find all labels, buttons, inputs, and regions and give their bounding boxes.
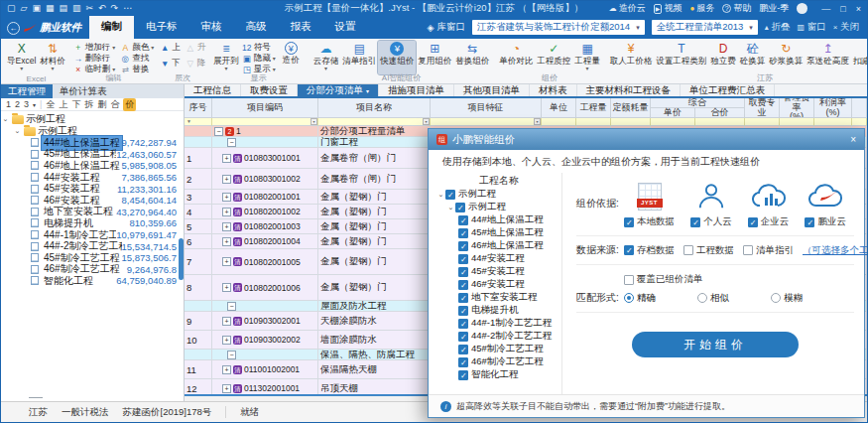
service-link[interactable]: ●服务 <box>689 2 714 15</box>
expand-icon[interactable]: ⌄ <box>436 191 445 199</box>
filter-dropdown-icon[interactable]: ▾ <box>423 118 430 125</box>
dialog-tree-item[interactable]: 45#地上保温工程 <box>436 226 561 239</box>
minimize-button[interactable]: — <box>821 4 830 14</box>
close-button[interactable]: × <box>856 4 861 14</box>
ribbon-button[interactable]: ⇆替换组价▾ <box>453 41 491 74</box>
expand-collapse-icon[interactable] <box>222 222 231 231</box>
expand-collapse-icon[interactable] <box>222 257 231 266</box>
expand-collapse-icon[interactable] <box>227 351 236 359</box>
checkbox[interactable] <box>458 332 468 342</box>
list-guide-checkbox[interactable]: 清单指引 <box>743 244 794 257</box>
ribbon-button[interactable]: ↥泵送砼高度▾ <box>805 41 851 74</box>
dialog-tree-item[interactable]: 46#地上保温工程 <box>436 239 561 252</box>
expand-ic on[interactable]: ⌄ <box>446 204 455 212</box>
match-fuzzy-radio[interactable]: 模糊 <box>771 292 844 305</box>
open-file-icon[interactable]: ▱ <box>21 4 28 13</box>
undo-icon[interactable]: ↶ <box>98 4 106 13</box>
checkbox[interactable] <box>455 203 465 212</box>
brand-logo[interactable]: 鹏业软件 <box>24 21 81 35</box>
dialog-tree-item[interactable]: 智能化工程 <box>436 368 561 381</box>
checkbox[interactable] <box>458 254 468 264</box>
dialog-tree-item[interactable]: 44#-2制冷工艺工程 <box>436 330 561 343</box>
maximize-button[interactable]: □ <box>840 4 845 14</box>
checkbox[interactable] <box>458 215 468 225</box>
dialog-tree-item[interactable]: 44#-1制冷工艺工程 <box>436 317 561 330</box>
ribbon-button[interactable]: 砼砼换算▾ <box>738 41 768 74</box>
dialog-tree-item[interactable]: 电梯提升机 <box>436 304 561 317</box>
copy-icon[interactable]: ▤ <box>59 4 67 13</box>
personal-cloud-checkbox[interactable]: 个人云 <box>690 215 732 228</box>
dialog-tree-item[interactable]: 45#安装工程 <box>436 265 561 278</box>
ribbon-button[interactable]: ▦工程量▾ <box>572 41 602 74</box>
ribbon-small-button[interactable]: △升▾ <box>186 42 206 53</box>
close-project-button[interactable]: × 关闭 <box>833 21 859 34</box>
level-3-button[interactable]: 3 <box>24 99 29 109</box>
expand-collapse-icon[interactable] <box>222 154 231 163</box>
checkbox[interactable] <box>458 357 468 367</box>
worksheet-tab[interactable]: 工程信息▾ <box>185 84 241 96</box>
cut-icon[interactable]: ✂ <box>86 4 94 13</box>
all-button[interactable]: 全 <box>46 98 55 111</box>
expand-collapse-icon[interactable] <box>227 138 236 147</box>
dialog-tree-subroot[interactable]: ⌄ 示例工程 <box>436 201 561 213</box>
ribbon-small-button[interactable]: +增加行▾ <box>73 42 116 53</box>
help-link[interactable]: ?帮助 <box>722 2 751 15</box>
filter-row[interactable]: ▼ ▾ ▾ ▾ <box>185 118 867 126</box>
dialog-tree-root[interactable]: ⌄ 示例工程 <box>436 188 561 201</box>
delete-button[interactable]: 删 <box>97 98 106 111</box>
worksheet-tab[interactable]: 取费设置▾ <box>241 84 298 96</box>
sidebar-scrollbar-thumb[interactable] <box>179 238 184 280</box>
ribbon-small-button[interactable]: ▣隐藏▾ <box>242 53 276 64</box>
price-button[interactable]: 价 <box>123 98 136 111</box>
ribbon-small-button[interactable]: ▼下▾ <box>160 59 181 70</box>
split-button[interactable]: 拆 <box>84 98 93 111</box>
level-2-button[interactable]: 2 <box>15 99 20 109</box>
list-standard-select[interactable]: 全统工程量清单2013▾ <box>652 20 758 35</box>
worksheet-tab[interactable]: 主要材料和工程设备▾ <box>577 84 682 96</box>
ribbon-button[interactable]: ¥快速组价▾ <box>378 41 416 74</box>
ribbon-button[interactable]: ≡展开到▾ <box>211 41 241 74</box>
checkbox[interactable] <box>458 267 468 277</box>
filter-dropdown-icon[interactable]: ▾ <box>534 118 541 125</box>
sidebar-splitter-handle[interactable] <box>29 397 43 400</box>
ribbon-button[interactable]: ▤清单指引▾ <box>340 41 378 74</box>
expand-collapse-icon[interactable] <box>222 237 231 246</box>
archive-data-checkbox[interactable]: 存档数据 <box>624 244 675 257</box>
dialog-tree-item[interactable]: 44#安装工程 <box>436 252 561 265</box>
match-similar-radio[interactable]: 相似 <box>697 292 771 305</box>
expand-collapse-icon[interactable] <box>222 193 231 202</box>
checkbox[interactable] <box>458 319 468 329</box>
ribbon-tab[interactable]: 高级 <box>234 16 279 39</box>
ribbon-tab[interactable]: 设置 <box>323 16 368 39</box>
ribbon-button[interactable]: ↻砂浆换算▾ <box>767 41 805 74</box>
save-icon[interactable]: ▣ <box>32 4 41 13</box>
export-icon[interactable]: ▦ <box>46 4 55 13</box>
local-data-checkbox[interactable]: 本地数据 <box>624 215 675 228</box>
level-dropdown-icon[interactable]: ▾ <box>33 101 36 108</box>
worksheet-tab[interactable]: 材料表▾ <box>530 84 577 96</box>
select-multiple-projects-link[interactable]: （可选择多个工程） <box>803 244 868 257</box>
expand-collapse-icon[interactable] <box>222 283 231 292</box>
worksheet-tab[interactable]: 分部分项清单▾ <box>298 84 379 96</box>
back-icon[interactable]: ← <box>7 22 20 35</box>
dialog-tree-item[interactable]: 45#制冷工艺工程 <box>436 343 561 355</box>
worksheet-tab[interactable]: 其他项目清单▾ <box>454 84 530 96</box>
pengye-cloud-checkbox[interactable]: 鹏业云 <box>805 215 846 228</box>
collapse-ribbon-button[interactable]: ▴ 折叠 <box>765 21 791 34</box>
ribbon-small-button[interactable]: ◎查找▾ <box>120 53 154 64</box>
ribbon-button[interactable]: ☁云存储▾ <box>311 41 341 74</box>
sidebar-tab[interactable]: 单价计算表 <box>53 84 114 98</box>
ribbon-button[interactable]: ¥造价▾ <box>277 41 306 74</box>
expand-collapse-icon[interactable] <box>222 208 231 216</box>
dialog-tree-item[interactable]: 46#安装工程 <box>436 278 561 291</box>
expand-collapse-icon[interactable] <box>222 317 231 326</box>
user-name[interactable]: 鹏业-季 <box>759 2 789 15</box>
cost-cloud-link[interactable]: ☁造价云 <box>609 2 646 15</box>
window-button[interactable]: ▥ 窗口 <box>797 21 825 34</box>
checkbox[interactable] <box>458 345 468 354</box>
ribbon-button[interactable]: ¥取人工价格▾ <box>608 41 655 74</box>
expand-collapse-icon[interactable] <box>222 365 231 374</box>
expand-collapse-icon[interactable] <box>222 175 231 184</box>
checkbox[interactable] <box>458 306 468 316</box>
expand-collapse-icon[interactable] <box>214 127 223 136</box>
